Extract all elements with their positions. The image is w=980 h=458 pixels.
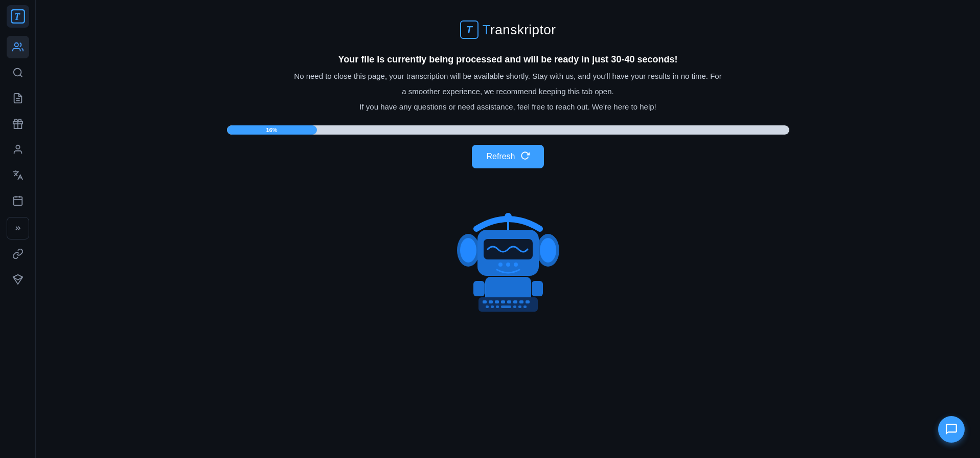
processing-line1: Your file is currently being processed a… — [294, 54, 721, 65]
svg-rect-38 — [486, 306, 489, 308]
svg-point-23 — [514, 263, 518, 267]
svg-point-9 — [16, 145, 19, 149]
svg-rect-37 — [526, 300, 530, 303]
chat-button[interactable] — [938, 416, 965, 443]
sidebar-item-gem[interactable] — [7, 268, 29, 291]
sidebar-expand-button[interactable] — [7, 217, 29, 239]
svg-rect-40 — [496, 306, 499, 308]
progress-label: 16% — [266, 127, 277, 133]
sidebar: T — [0, 0, 36, 458]
sidebar-item-tools[interactable] — [7, 243, 29, 265]
processing-line4: If you have any questions or need assist… — [294, 101, 721, 113]
refresh-label: Refresh — [486, 152, 515, 161]
brand-logo-icon: T — [460, 20, 478, 39]
svg-rect-34 — [507, 300, 511, 303]
svg-rect-29 — [478, 297, 538, 312]
svg-rect-10 — [13, 197, 22, 206]
svg-point-18 — [540, 238, 556, 263]
svg-rect-44 — [523, 306, 527, 308]
main-content: T Transkriptor Your file is currently be… — [36, 0, 980, 458]
svg-point-25 — [505, 213, 512, 220]
svg-text:T: T — [14, 12, 20, 22]
brand-name: Transkriptor — [483, 22, 556, 38]
progress-bar-fill: 16% — [227, 125, 317, 135]
sidebar-logo[interactable]: T — [7, 5, 29, 28]
sidebar-item-search[interactable] — [7, 61, 29, 84]
svg-rect-31 — [489, 300, 493, 303]
svg-rect-42 — [513, 306, 516, 308]
svg-rect-41 — [501, 306, 511, 308]
svg-rect-35 — [513, 300, 517, 303]
chat-icon — [945, 423, 958, 436]
sidebar-item-translate[interactable] — [7, 164, 29, 186]
robot-mascot — [442, 184, 575, 317]
sidebar-item-users[interactable] — [7, 36, 29, 58]
processing-line2: No need to close this page, your transcr… — [294, 70, 721, 82]
sidebar-item-gift[interactable] — [7, 113, 29, 135]
refresh-icon — [520, 151, 530, 162]
svg-rect-32 — [495, 300, 499, 303]
svg-rect-39 — [491, 306, 494, 308]
refresh-button[interactable]: Refresh — [472, 145, 543, 168]
svg-point-21 — [498, 263, 503, 267]
processing-line3: a smoother experience, we recommend keep… — [294, 85, 721, 98]
svg-rect-27 — [473, 281, 485, 296]
sidebar-item-person[interactable] — [7, 138, 29, 161]
svg-point-16 — [460, 238, 476, 263]
svg-line-4 — [20, 75, 22, 77]
processing-text-block: Your file is currently being processed a… — [294, 54, 721, 113]
svg-rect-28 — [532, 281, 543, 296]
brand-logo: T Transkriptor — [460, 20, 556, 39]
svg-rect-43 — [518, 306, 521, 308]
svg-rect-36 — [519, 300, 523, 303]
svg-point-3 — [13, 69, 21, 76]
svg-point-2 — [14, 43, 18, 47]
sidebar-item-document[interactable] — [7, 87, 29, 110]
svg-point-22 — [506, 263, 510, 267]
sidebar-item-calendar[interactable] — [7, 189, 29, 212]
progress-bar-container: 16% — [227, 125, 789, 135]
mascot-container — [442, 184, 575, 317]
svg-rect-30 — [483, 300, 487, 303]
svg-rect-33 — [501, 300, 505, 303]
